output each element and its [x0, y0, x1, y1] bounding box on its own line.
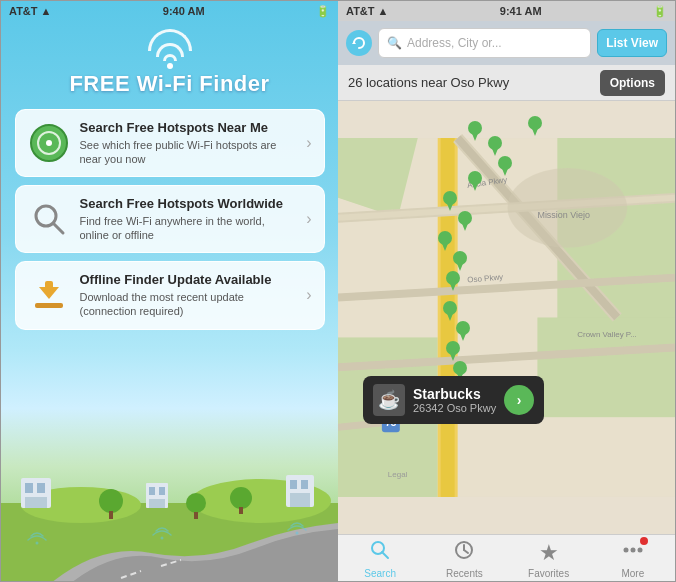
left-carrier: AT&T	[9, 5, 38, 17]
right-wifi-icon: ▲	[378, 5, 389, 17]
near-me-subtitle: See which free public Wi-Fi hotspots are…	[80, 138, 297, 167]
tab-bar: Search Recents ★ Favorites	[338, 534, 675, 582]
map-pin-6	[443, 191, 457, 215]
wifi-dot	[167, 63, 173, 69]
svg-rect-16	[159, 487, 165, 495]
svg-rect-23	[109, 511, 113, 519]
map-pin-7	[458, 211, 472, 235]
worldwide-subtitle: Find free Wi-Fi anywhere in the world, o…	[80, 214, 297, 243]
svg-rect-17	[149, 499, 165, 508]
offline-text: Offline Finder Update Available Download…	[80, 272, 297, 318]
list-view-button[interactable]: List View	[597, 29, 667, 57]
svg-marker-75	[446, 311, 454, 321]
recents-tab-icon	[453, 539, 475, 566]
svg-point-30	[296, 532, 299, 535]
favorites-tab-icon: ★	[539, 540, 559, 566]
worldwide-icon	[28, 198, 70, 240]
right-carrier: AT&T	[346, 5, 375, 17]
near-me-text: Search Free Hotspots Near Me See which f…	[80, 120, 297, 166]
svg-line-83	[382, 552, 388, 558]
near-me-arrow: ›	[306, 134, 311, 152]
svg-marker-31	[352, 41, 356, 44]
svg-marker-69	[441, 241, 449, 251]
starbucks-icon: ☕	[373, 384, 405, 416]
menu-item-worldwide[interactable]: Search Free Hotspots Worldwide Find free…	[15, 185, 325, 253]
svg-point-24	[186, 493, 206, 513]
left-status-right: 🔋	[316, 5, 330, 18]
svg-marker-57	[491, 146, 499, 156]
right-time: 9:41 AM	[500, 5, 542, 17]
illustration-svg	[1, 423, 338, 582]
svg-text:Legal: Legal	[388, 470, 408, 479]
callout-address: 26342 Oso Pkwy	[413, 402, 496, 414]
offline-arrow: ›	[306, 286, 311, 304]
magnifier-svg	[30, 200, 68, 238]
worldwide-title: Search Free Hotspots Worldwide	[80, 196, 297, 212]
svg-rect-12	[37, 483, 45, 493]
tab-search[interactable]: Search	[338, 535, 422, 582]
location-bar: 26 locations near Oso Pkwy Options	[338, 65, 675, 101]
right-status-right: 🔋	[653, 5, 667, 18]
menu-item-offline[interactable]: Offline Finder Update Available Download…	[15, 261, 325, 329]
svg-marker-63	[471, 181, 479, 191]
download-svg	[31, 277, 67, 313]
svg-point-22	[99, 489, 123, 513]
tab-more[interactable]: More	[591, 535, 675, 582]
svg-marker-71	[456, 261, 464, 271]
svg-text:Crown Valley P...: Crown Valley P...	[577, 330, 637, 339]
starbucks-callout[interactable]: ☕ Starbucks 26342 Oso Pkwy ›	[363, 376, 544, 424]
map-pin-11	[443, 301, 457, 325]
refresh-button[interactable]	[346, 30, 372, 56]
svg-rect-2	[35, 303, 63, 308]
offline-title: Offline Finder Update Available	[80, 272, 297, 288]
radar-dot	[46, 140, 52, 146]
favorites-tab-label: Favorites	[528, 568, 569, 579]
svg-rect-20	[301, 480, 308, 489]
near-me-icon	[28, 122, 70, 164]
search-input-box[interactable]: 🔍 Address, City or...	[378, 28, 591, 58]
search-magnifier-icon: 🔍	[387, 36, 402, 50]
list-view-label: List View	[606, 36, 658, 50]
map-pin-4	[498, 156, 512, 180]
left-status-left: AT&T ▲	[9, 5, 51, 17]
map-pin-10	[446, 271, 460, 295]
svg-rect-19	[290, 480, 297, 489]
svg-text:Mission Viejo: Mission Viejo	[537, 210, 590, 220]
svg-point-46	[507, 168, 627, 248]
svg-rect-4	[45, 281, 53, 291]
menu-item-near-me[interactable]: Search Free Hotspots Near Me See which f…	[15, 109, 325, 177]
tab-recents[interactable]: Recents	[422, 535, 506, 582]
app-title: FREE Wi-Fi Finder	[69, 71, 269, 97]
svg-rect-13	[25, 497, 47, 508]
left-time: 9:40 AM	[163, 5, 205, 17]
map-pin-3	[528, 116, 542, 140]
refresh-icon	[352, 36, 366, 50]
callout-go-button[interactable]: ›	[504, 385, 534, 415]
svg-line-1	[53, 223, 63, 233]
map-area[interactable]: Alicia Pkwy Mission Viejo Oso Pkwy Crown…	[338, 101, 675, 534]
right-panel: AT&T ▲ 9:41 AM 🔋 🔍 Address, City or... L…	[338, 1, 675, 582]
right-status-bar: AT&T ▲ 9:41 AM 🔋	[338, 1, 675, 21]
svg-marker-55	[471, 131, 479, 141]
left-panel: AT&T ▲ 9:40 AM 🔋 FREE Wi-Fi Finder	[1, 1, 338, 582]
search-tab-label: Search	[364, 568, 396, 579]
offline-subtitle: Download the most recent update (connect…	[80, 290, 297, 319]
svg-point-28	[36, 542, 39, 545]
more-badge-container	[622, 539, 644, 566]
starbucks-emoji: ☕	[378, 389, 400, 411]
worldwide-arrow: ›	[306, 210, 311, 228]
options-button[interactable]: Options	[600, 70, 665, 96]
map-pin-5	[468, 171, 482, 195]
svg-marker-79	[449, 351, 457, 361]
search-tab-icon	[369, 539, 391, 566]
worldwide-text: Search Free Hotspots Worldwide Find free…	[80, 196, 297, 242]
svg-rect-15	[149, 487, 155, 495]
svg-rect-25	[194, 512, 198, 519]
svg-marker-67	[461, 221, 469, 231]
more-tab-label: More	[621, 568, 644, 579]
wifi-title-area: FREE Wi-Fi Finder	[69, 29, 269, 97]
svg-line-86	[464, 550, 468, 553]
tab-favorites[interactable]: ★ Favorites	[507, 535, 591, 582]
illustration	[1, 423, 338, 582]
callout-text: Starbucks 26342 Oso Pkwy	[413, 386, 496, 414]
